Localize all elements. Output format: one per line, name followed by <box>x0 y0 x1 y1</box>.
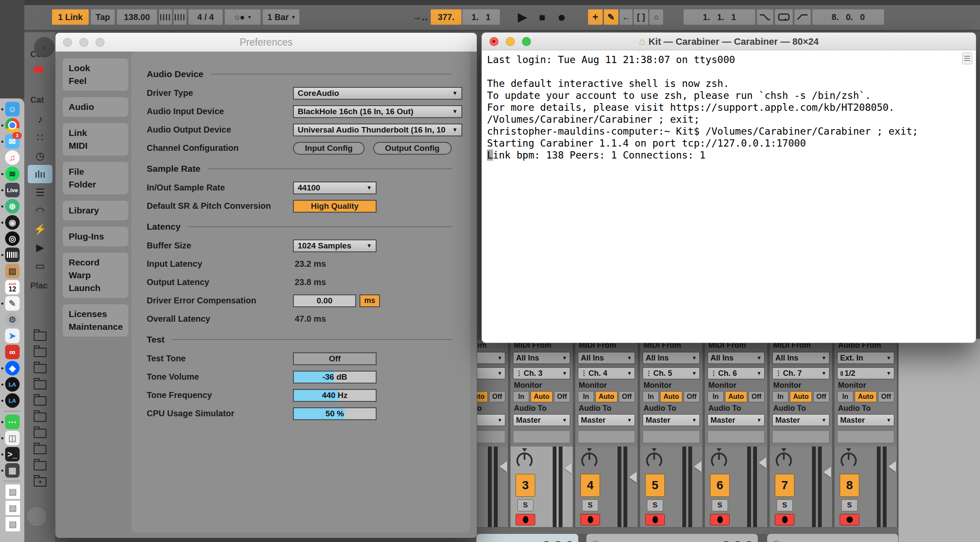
output-routing-dropdown[interactable]: Master ▼ <box>643 414 700 426</box>
play-button[interactable]: ▶ <box>513 9 532 25</box>
unit-toggle-button[interactable]: ms <box>360 294 380 307</box>
solo-button[interactable]: S <box>841 499 858 511</box>
monitor-off-button[interactable]: Off <box>684 391 700 402</box>
samples-icon[interactable]: ▭ <box>28 257 52 275</box>
pan-knob[interactable] <box>841 453 857 469</box>
device-titlebar[interactable]: ⊞ ∿ R <box>476 534 578 542</box>
plug-ins-icon[interactable]: ⚡ <box>28 220 52 238</box>
monitor-auto-button[interactable]: Auto <box>476 391 488 402</box>
monitor-in-button[interactable]: In <box>837 391 853 402</box>
overdub-button[interactable]: + <box>588 9 603 25</box>
terminal-icon[interactable]: >_ <box>5 447 20 461</box>
music-icon[interactable]: ♫ <box>5 150 20 165</box>
folder-icon[interactable] <box>28 377 52 393</box>
setting-dropdown[interactable]: Universal Audio Thunderbolt (16 In, 10 ▼ <box>293 124 462 136</box>
input-routing-dropdown[interactable]: All Ins ▼ <box>707 352 765 364</box>
output-routing-dropdown[interactable]: Master ▼ <box>513 414 570 426</box>
audio-effects-icon[interactable]: ılıı <box>28 165 52 183</box>
loop-switch-button[interactable] <box>775 9 793 25</box>
solo-button[interactable]: S <box>582 499 598 511</box>
setting-slider[interactable]: -36 dB <box>293 371 377 383</box>
monitor-in-button[interactable]: In <box>513 391 529 402</box>
document-icon[interactable]: ▤ <box>5 484 20 499</box>
collection-color-swatch[interactable] <box>34 66 43 73</box>
track-activator-button[interactable]: 3 <box>516 474 535 497</box>
chrome-icon[interactable] <box>5 118 20 133</box>
stop-button[interactable]: ■ <box>533 9 551 25</box>
creative-cloud-icon[interactable]: ∞ <box>5 345 20 359</box>
current-project-folder-icon[interactable] <box>28 328 52 344</box>
preferences-tab[interactable]: File Folder <box>63 162 128 194</box>
obs-icon[interactable]: ◎ <box>5 231 20 246</box>
folder-icon[interactable] <box>28 425 52 441</box>
terminal-titlebar[interactable]: ⌂Kit — Carabiner — Carabiner — 80×24 <box>482 33 976 50</box>
record-button[interactable]: ● <box>552 9 571 25</box>
back-to-arrangement-button[interactable]: ← <box>620 9 632 25</box>
arm-record-button[interactable] <box>645 514 665 525</box>
volume-fader-handle[interactable] <box>694 461 702 472</box>
solo-button[interactable]: S <box>647 499 663 511</box>
monitor-auto-button[interactable]: Auto <box>725 391 747 402</box>
solo-button[interactable]: S <box>777 499 793 511</box>
messages-icon[interactable]: ⋯ <box>5 415 20 429</box>
preferences-titlebar[interactable]: Preferences <box>55 33 477 52</box>
output-routing-dropdown[interactable]: Master ▼ <box>837 414 894 426</box>
setting-dropdown[interactable]: CoreAudio ▼ <box>293 87 462 100</box>
setting-toggle-button[interactable]: High Quality <box>293 200 377 213</box>
calendar-icon[interactable]: AUG 12 <box>5 280 20 294</box>
device-activator-icon[interactable] <box>771 541 781 542</box>
loop-start-field[interactable]: 1. 1. 1 <box>684 9 755 25</box>
drums-icon[interactable]: ∷ <box>28 128 52 147</box>
link-button[interactable]: 1 Link <box>52 9 89 25</box>
setting-toggle-button[interactable]: Off <box>293 352 377 365</box>
setting-dropdown[interactable]: BlackHole 16ch (16 In, 16 Out) ▼ <box>293 105 462 118</box>
nudge-down-button[interactable]: |||| <box>159 9 172 25</box>
arm-record-button[interactable] <box>516 514 535 525</box>
max-for-live-icon[interactable]: ◠ <box>28 202 52 220</box>
pan-knob[interactable] <box>711 453 727 469</box>
input-channel-dropdown[interactable]: ⋮ Ch. 3 ▼ <box>513 367 570 379</box>
ua-luna-icon[interactable]: LA <box>5 393 20 408</box>
preferences-tab[interactable]: Plug-Ins <box>63 227 128 246</box>
folder-icon[interactable] <box>28 344 52 360</box>
maps-icon[interactable]: ➤ <box>5 329 20 343</box>
setting-slider[interactable]: 50 % <box>293 407 377 420</box>
document-icon[interactable]: ▤ <box>5 516 20 532</box>
ua-console-icon[interactable]: LA <box>5 377 20 392</box>
dropbox-icon[interactable]: ◆ <box>5 361 20 375</box>
add-folder-icon[interactable]: + <box>28 474 52 490</box>
session-record-button[interactable]: ○ <box>649 9 663 25</box>
folder-icon[interactable] <box>28 409 52 425</box>
input-channel-dropdown[interactable]: ⋮ Ch. 5 ▼ <box>643 367 700 379</box>
pan-knob[interactable] <box>581 453 597 469</box>
device-activator-icon[interactable] <box>591 541 600 542</box>
monitor-off-button[interactable]: Off <box>748 391 765 402</box>
monitor-off-button[interactable]: Off <box>619 391 635 402</box>
input-routing-dropdown[interactable]: All Ins ▼ <box>643 352 700 364</box>
device-titlebar[interactable]: LFO MIDI ⊞ ∿ R <box>586 534 758 542</box>
punch-in-button[interactable] <box>757 9 773 25</box>
dock-divider[interactable] <box>3 411 20 412</box>
volume-fader-handle[interactable] <box>823 467 831 478</box>
output-routing-dropdown[interactable]: Master ▼ <box>772 414 829 426</box>
quantization-menu[interactable]: ○● ▾ <box>225 9 261 25</box>
time-signature-field[interactable]: 4 / 4 <box>188 9 223 25</box>
input-channel-dropdown[interactable]: ‖ 1/2 ▼ <box>837 367 894 379</box>
arm-record-button[interactable] <box>580 514 600 525</box>
input-channel-dropdown[interactable]: ⋮ Ch. 6 ▼ <box>707 367 765 379</box>
document-icon[interactable]: ▤ <box>5 500 20 516</box>
preview-icon[interactable]: ◫ <box>5 431 20 445</box>
dock-divider[interactable] <box>3 481 20 481</box>
midi-effects-icon[interactable]: ☰ <box>28 183 52 202</box>
monitor-auto-button[interactable]: Auto <box>790 391 812 402</box>
arm-record-button[interactable] <box>710 514 730 525</box>
atom-icon[interactable]: ⊛ <box>5 199 20 213</box>
monitor-in-button[interactable]: In <box>578 391 594 402</box>
track-activator-button[interactable]: 7 <box>775 474 794 497</box>
volume-fader-handle[interactable] <box>759 457 766 468</box>
nudge-up-button[interactable]: |||| <box>174 9 186 25</box>
scrollbar-indicator[interactable] <box>962 52 972 64</box>
input-routing-dropdown[interactable]: All Ins ▼ <box>513 352 570 364</box>
setting-dropdown[interactable]: 44100 ▼ <box>293 182 377 194</box>
monitor-off-button[interactable]: Off <box>489 391 505 402</box>
